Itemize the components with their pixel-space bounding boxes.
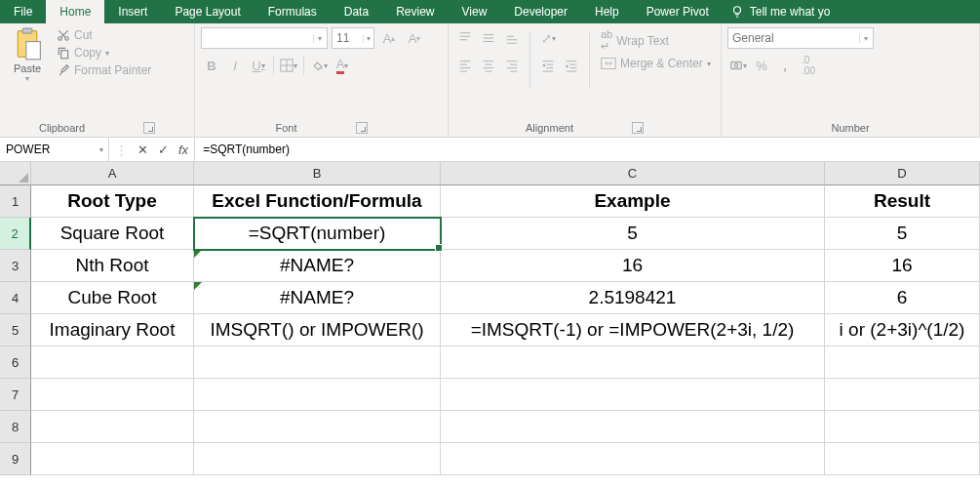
row-header-7[interactable]: 7 — [0, 379, 31, 411]
align-right-button[interactable] — [501, 55, 523, 76]
cell-b8[interactable] — [194, 411, 441, 443]
cell-b7[interactable] — [194, 379, 441, 411]
row-header-1[interactable]: 1 — [0, 185, 31, 218]
cell-a8[interactable] — [31, 411, 194, 443]
enter-formula-button[interactable]: ✓ — [158, 143, 169, 157]
cell-c2[interactable]: 5 — [441, 218, 825, 250]
dialog-launcher-icon[interactable] — [632, 122, 644, 134]
cell-c1[interactable]: Example — [441, 185, 825, 218]
grow-font-button[interactable]: A▴ — [378, 27, 400, 49]
cell-a6[interactable] — [31, 346, 194, 379]
row-header-8[interactable]: 8 — [0, 411, 31, 443]
tab-developer[interactable]: Developer — [500, 0, 581, 23]
merge-center-button[interactable]: Merge & Center ▾ — [597, 56, 715, 71]
align-left-button[interactable] — [454, 55, 476, 76]
cell-d4[interactable]: 6 — [825, 282, 980, 314]
copy-button[interactable]: Copy ▾ — [53, 45, 155, 61]
row-header-2[interactable]: 2 — [0, 218, 31, 250]
font-name-combo[interactable]: ▾ — [201, 27, 328, 49]
cell-c9[interactable] — [441, 443, 825, 475]
cell-c7[interactable] — [441, 379, 825, 411]
chevron-down-icon[interactable]: ▾ — [95, 145, 108, 154]
tab-power-pivot[interactable]: Power Pivot — [633, 0, 723, 23]
cell-d6[interactable] — [825, 346, 980, 379]
cell-d5[interactable]: i or (2+3i)^(1/2) — [825, 314, 980, 346]
cell-d3[interactable]: 16 — [825, 250, 980, 282]
cell-a3[interactable]: Nth Root — [31, 250, 194, 282]
cell-b1[interactable]: Excel Function/Formula — [194, 185, 441, 218]
font-color-button[interactable]: A▾ — [332, 55, 353, 76]
row-header-5[interactable]: 5 — [0, 314, 31, 346]
chevron-down-icon[interactable]: ▾ — [313, 34, 327, 43]
align-top-button[interactable] — [454, 27, 476, 49]
font-size-combo[interactable]: ▾ — [332, 27, 374, 49]
increase-indent-button[interactable] — [561, 55, 582, 76]
formula-input[interactable] — [195, 138, 980, 161]
decrease-indent-button[interactable] — [537, 55, 559, 76]
cell-b9[interactable] — [194, 443, 441, 475]
cell-a4[interactable]: Cube Root — [31, 282, 194, 314]
cell-c6[interactable] — [441, 346, 825, 379]
row-header-3[interactable]: 3 — [0, 250, 31, 282]
wrap-text-button[interactable]: ab↵ Wrap Text — [597, 27, 715, 54]
tab-insert[interactable]: Insert — [104, 0, 161, 23]
chevron-down-icon[interactable]: ▾ — [859, 34, 873, 43]
accounting-format-button[interactable]: ▾ — [727, 55, 749, 76]
tab-review[interactable]: Review — [382, 0, 448, 23]
col-header-c[interactable]: C — [441, 162, 825, 185]
cell-c8[interactable] — [441, 411, 825, 443]
font-name-input[interactable] — [202, 31, 313, 45]
cell-a7[interactable] — [31, 379, 194, 411]
cell-a5[interactable]: Imaginary Root — [31, 314, 194, 346]
name-box-input[interactable] — [0, 143, 95, 156]
cell-b3[interactable]: #NAME? — [194, 250, 441, 282]
cell-d9[interactable] — [825, 443, 980, 475]
cell-b4[interactable]: #NAME? — [194, 282, 441, 314]
cell-a2[interactable]: Square Root — [31, 218, 194, 250]
cell-c4[interactable]: 2.5198421 — [441, 282, 825, 314]
cell-a1[interactable]: Root Type — [31, 185, 194, 218]
cancel-formula-button[interactable]: ✕ — [137, 143, 148, 157]
row-header-4[interactable]: 4 — [0, 282, 31, 314]
tab-help[interactable]: Help — [581, 0, 633, 23]
paste-button[interactable]: Paste ▾ — [6, 27, 49, 83]
tab-page-layout[interactable]: Page Layout — [161, 0, 254, 23]
align-bottom-button[interactable] — [501, 27, 523, 49]
cell-b2[interactable]: =SQRT(number) — [194, 218, 441, 250]
cell-b5[interactable]: IMSQRT() or IMPOWER() — [194, 314, 441, 346]
italic-button[interactable]: I — [224, 55, 246, 76]
align-center-button[interactable] — [478, 55, 499, 76]
cell-d2[interactable]: 5 — [825, 218, 980, 250]
col-header-b[interactable]: B — [194, 162, 441, 185]
cut-button[interactable]: Cut — [53, 27, 155, 43]
borders-button[interactable]: ▾ — [278, 55, 299, 76]
fill-color-button[interactable]: ▾ — [308, 55, 330, 76]
col-header-a[interactable]: A — [31, 162, 194, 185]
col-header-d[interactable]: D — [825, 162, 980, 185]
tab-data[interactable]: Data — [331, 0, 382, 23]
select-all-corner[interactable] — [0, 162, 31, 185]
name-box[interactable]: ▾ — [0, 138, 109, 161]
percent-button[interactable]: % — [751, 55, 772, 76]
cell-d1[interactable]: Result — [825, 185, 980, 218]
fx-button[interactable]: fx — [178, 143, 188, 157]
row-header-9[interactable]: 9 — [0, 443, 31, 475]
cell-a9[interactable] — [31, 443, 194, 475]
tab-view[interactable]: View — [449, 0, 501, 23]
number-format-combo[interactable]: ▾ — [727, 27, 874, 49]
cell-d7[interactable] — [825, 379, 980, 411]
comma-button[interactable]: , — [774, 55, 796, 76]
dialog-launcher-icon[interactable] — [143, 122, 155, 134]
chevron-down-icon[interactable]: ▾ — [363, 34, 373, 43]
bold-button[interactable]: B — [201, 55, 222, 76]
tab-formulas[interactable]: Formulas — [255, 0, 331, 23]
row-header-6[interactable]: 6 — [0, 346, 31, 379]
shrink-font-button[interactable]: A▾ — [404, 27, 425, 49]
increase-decimal-button[interactable]: .0.00 — [798, 55, 819, 76]
tell-me[interactable]: Tell me what yo — [723, 0, 839, 23]
align-middle-button[interactable] — [478, 27, 499, 49]
cell-b6[interactable] — [194, 346, 441, 379]
dialog-launcher-icon[interactable] — [356, 122, 368, 134]
underline-button[interactable]: U▾ — [248, 55, 269, 76]
tab-home[interactable]: Home — [46, 0, 104, 23]
